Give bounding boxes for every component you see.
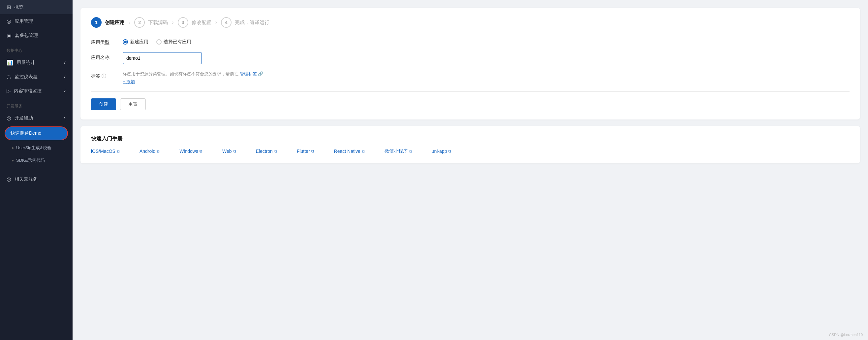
guide-link-ios-macos[interactable]: iOS/MacOS ⧉ (91, 148, 120, 154)
sidebar-item-overview[interactable]: ⊞ 概览 (0, 0, 72, 14)
step-2-circle: 2 (134, 17, 145, 28)
section-dev: 开发服务 (0, 98, 72, 111)
watermark: CSDN @luozhen110 (829, 333, 863, 337)
step-4-label: 完成，编译运行 (235, 20, 270, 26)
guide-link-wechat[interactable]: 微信小程序 ⧉ (384, 148, 412, 154)
step-arrow-3: › (215, 20, 217, 25)
sidebar-item-label: 概览 (14, 4, 23, 10)
app-type-control: 新建应用 选择已有应用 (123, 37, 281, 45)
monitor-icon: ◌ (7, 74, 11, 80)
stepper: 1 创建应用 › 2 下载源码 › 3 修改配置 › (91, 17, 849, 28)
sidebar-item-content-review[interactable]: ▷ 内容审核监控 ∨ (0, 84, 72, 98)
add-tag-link[interactable]: + 添加 (123, 79, 281, 85)
app-name-input[interactable] (123, 52, 202, 64)
info-icon[interactable]: ⓘ (101, 73, 106, 79)
ext-icon: 🔗 (258, 71, 263, 76)
app-name-control (123, 52, 281, 64)
sidebar-item-cloud-services[interactable]: ◎ 相关云服务 (0, 172, 72, 186)
manage-tag-link[interactable]: 管理标签 (240, 71, 257, 76)
quick-guide-card: 快速入门手册 iOS/MacOS ⧉ Android ⧉ Windows ⧉ W… (81, 126, 860, 163)
step-3: 3 修改配置 (178, 17, 211, 28)
tag-control: 标签用于资源分类管理。如现有标签不符合您的要求，请前往 管理标签 🔗 + 添加 (123, 70, 281, 85)
dev-assist-icon: ◎ (7, 115, 11, 121)
link-label: uni-app (432, 148, 447, 154)
step-1-circle: 1 (91, 17, 101, 28)
usage-stats-icon: 📊 (7, 59, 13, 66)
app-name-row: 应用名称 (91, 52, 849, 64)
radio-dot-new (123, 39, 128, 45)
bullet-icon (12, 160, 13, 162)
step-1-num: 1 (95, 20, 98, 25)
link-label: Web (222, 148, 232, 154)
tag-label: 标签 (91, 73, 100, 79)
section-data-center: 数据中心 (0, 42, 72, 55)
link-label: 微信小程序 (384, 148, 408, 154)
sidebar-item-monitor-dashboard[interactable]: ◌ 监控仪表盘 ∨ (0, 69, 72, 84)
external-link-icon: ⧉ (117, 149, 120, 153)
package-management-icon: ▣ (7, 32, 11, 39)
external-link-icon: ⧉ (199, 149, 203, 153)
sidebar-item-label: SDK&示例代码 (16, 158, 45, 163)
reset-button[interactable]: 重置 (120, 98, 146, 110)
guide-link-react-native[interactable]: React Native ⧉ (334, 148, 365, 154)
step-3-circle: 3 (178, 17, 188, 28)
guide-link-windows[interactable]: Windows ⧉ (179, 148, 203, 154)
divider (91, 91, 849, 92)
step-3-num: 3 (182, 20, 184, 25)
external-link-icon: ⧉ (157, 149, 160, 153)
link-label: iOS/MacOS (91, 148, 116, 154)
sidebar-item-label: 快速跑通Demo (10, 131, 41, 136)
tag-label-group: 标签 ⓘ (91, 70, 117, 79)
tag-row: 标签 ⓘ 标签用于资源分类管理。如现有标签不符合您的要求，请前往 管理标签 🔗 … (91, 70, 849, 85)
step-4: 4 完成，编译运行 (221, 17, 270, 28)
sidebar-item-sdk-examples[interactable]: SDK&示例代码 (0, 154, 72, 167)
step-4-circle: 4 (221, 17, 231, 28)
create-button[interactable]: 创建 (91, 98, 116, 110)
guide-title: 快速入门手册 (91, 135, 849, 142)
content-review-icon: ▷ (7, 88, 10, 94)
sidebar-item-label: 内容审核监控 (14, 88, 41, 94)
link-label: Electron (256, 148, 273, 154)
bullet-icon (12, 147, 13, 149)
link-label: React Native (334, 148, 361, 154)
chevron-down-icon: ∨ (63, 60, 66, 65)
sidebar-item-label: 开发辅助 (14, 115, 33, 121)
external-link-icon: ⧉ (233, 149, 236, 153)
guide-link-uni-app[interactable]: uni-app ⧉ (432, 148, 452, 154)
step-3-label: 修改配置 (192, 20, 211, 26)
sidebar-item-label: 应用管理 (14, 19, 33, 24)
radio-dot-existing (156, 39, 162, 45)
step-2-num: 2 (138, 20, 141, 25)
sidebar-item-quick-demo[interactable]: 快速跑通Demo (5, 126, 68, 140)
guide-link-flutter[interactable]: Flutter ⧉ (297, 148, 314, 154)
main-content: 1 创建应用 › 2 下载源码 › 3 修改配置 › (72, 0, 868, 340)
app-management-icon: ◎ (7, 18, 11, 24)
step-2: 2 下载源码 (134, 17, 168, 28)
sidebar-item-usage-stats[interactable]: 📊 用量统计 ∨ (0, 55, 72, 69)
chevron-down-icon: ∨ (63, 89, 66, 93)
step-1: 1 创建应用 (91, 17, 125, 28)
guide-links: iOS/MacOS ⧉ Android ⧉ Windows ⧉ Web ⧉ El… (91, 148, 849, 154)
cloud-services-icon: ◎ (7, 176, 11, 182)
radio-group: 新建应用 选择已有应用 (123, 37, 281, 45)
sidebar-item-label: 用量统计 (17, 60, 35, 66)
sidebar-item-label: 相关云服务 (14, 176, 38, 182)
sidebar-item-label: UserSig生成&校验 (16, 145, 52, 151)
sidebar-item-app-management[interactable]: ◎ 应用管理 (0, 14, 72, 28)
sidebar: ⊞ 概览 ◎ 应用管理 ▣ 套餐包管理 数据中心 📊 用量统计 ∨ ◌ 监控仪表… (0, 0, 72, 340)
sidebar-item-usersig[interactable]: UserSig生成&校验 (0, 142, 72, 154)
guide-link-web[interactable]: Web ⧉ (222, 148, 236, 154)
sidebar-item-package-management[interactable]: ▣ 套餐包管理 (0, 28, 72, 42)
link-label: Android (140, 148, 155, 154)
external-link-icon: ⧉ (409, 149, 412, 153)
sidebar-item-label: 监控仪表盘 (14, 74, 38, 80)
app-type-label: 应用类型 (91, 37, 117, 46)
guide-link-electron[interactable]: Electron ⧉ (256, 148, 277, 154)
link-label: Flutter (297, 148, 310, 154)
radio-new-app-label: 新建应用 (130, 39, 148, 45)
radio-new-app[interactable]: 新建应用 (123, 39, 148, 45)
radio-existing-app[interactable]: 选择已有应用 (156, 39, 191, 45)
chevron-up-icon: ∧ (63, 116, 66, 120)
sidebar-item-dev-assist[interactable]: ◎ 开发辅助 ∧ (0, 111, 72, 125)
guide-link-android[interactable]: Android ⧉ (140, 148, 160, 154)
